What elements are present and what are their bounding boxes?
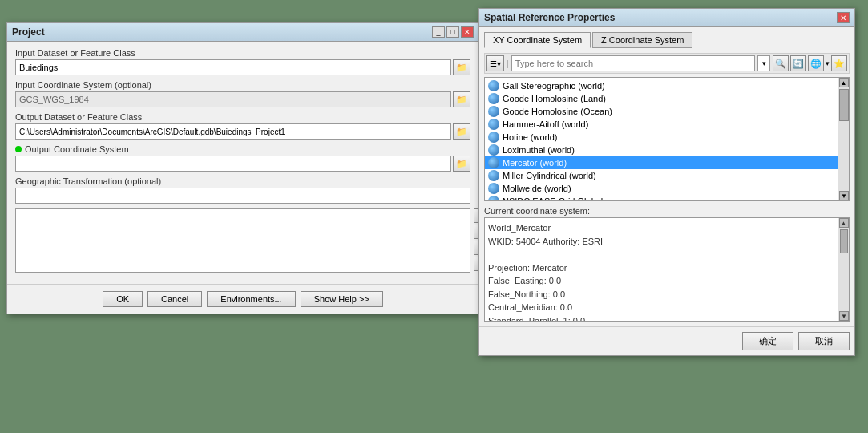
output-dataset-label: Output Dataset or Feature Class: [15, 112, 470, 122]
output-dataset-row: Output Dataset or Feature Class 📁: [15, 112, 470, 140]
green-dot-icon: [15, 146, 22, 152]
coord-line-2: WKID: 54004 Authority: ESRI: [488, 235, 846, 249]
globe-button[interactable]: 🌐: [808, 55, 824, 71]
search-dropdown-btn[interactable]: ▾: [757, 55, 770, 71]
globe-icon: [488, 80, 499, 91]
output-coord-label-row: Output Coordinate System: [15, 144, 470, 154]
list-item[interactable]: Gall Stereographic (world): [485, 79, 849, 92]
input-coord-browse-btn[interactable]: 📁: [453, 91, 470, 107]
current-coord-box: World_Mercator WKID: 54004 Authority: ES…: [484, 217, 850, 322]
coord-item-label: Miller Cylindrical (world): [503, 171, 596, 180]
text-area-box: [15, 208, 470, 273]
globe-icon: [488, 93, 499, 104]
close-button[interactable]: ✕: [461, 26, 474, 38]
project-title: Project: [12, 26, 45, 38]
output-coord-label: Output Coordinate System: [25, 144, 129, 154]
tab-z-coordinate[interactable]: Z Coordinate System: [592, 32, 692, 48]
confirm-button[interactable]: 确定: [742, 332, 793, 350]
coord-item-label: NSIDC EASE Grid Global: [503, 196, 603, 201]
coord-line-5: False_Northing: 0.0: [488, 288, 846, 301]
tab-xy-coordinate[interactable]: XY Coordinate System: [484, 32, 591, 48]
project-titlebar: Project _ □ ✕: [7, 23, 478, 42]
output-dataset-input[interactable]: [15, 123, 451, 140]
search-input[interactable]: [511, 55, 755, 71]
globe-icon: [488, 157, 499, 168]
spatial-title: Spatial Reference Properties: [484, 12, 615, 23]
spatial-reference-dialog: Spatial Reference Properties ✕ XY Coordi…: [478, 8, 855, 356]
globe-icon: [488, 132, 499, 143]
geo-transform-input[interactable]: [15, 188, 470, 204]
coord-scroll-up-btn[interactable]: ▲: [839, 218, 849, 228]
scroll-up-btn[interactable]: ▲: [839, 78, 849, 87]
scroll-down-btn[interactable]: ▼: [839, 191, 849, 200]
coordinate-list: Gall Stereographic (world) Goode Homolos…: [484, 77, 850, 201]
input-coord-label: Input Coordinate System (optional): [15, 80, 470, 90]
coord-list-scrollbar[interactable]: ▲ ▼: [838, 78, 849, 200]
coordinate-list-inner: Gall Stereographic (world) Goode Homolos…: [485, 78, 849, 201]
favorites-button[interactable]: ⭐: [831, 55, 847, 71]
list-item[interactable]: NSIDC EASE Grid Global: [485, 195, 849, 201]
list-item[interactable]: Mollweide (world): [485, 182, 849, 195]
list-item[interactable]: Goode Homolosine (Land): [485, 92, 849, 105]
spatial-close-button[interactable]: ✕: [837, 12, 850, 23]
list-item[interactable]: Hotine (world): [485, 131, 849, 144]
output-dataset-input-row: 📁: [15, 123, 470, 140]
coord-item-label: Goode Homolosine (Land): [503, 94, 606, 103]
coord-scroll-down-btn[interactable]: ▼: [839, 311, 849, 321]
project-titlebar-buttons: _ □ ✕: [432, 26, 474, 38]
input-coord-input-row: 📁: [15, 91, 470, 107]
output-coord-input[interactable]: [15, 156, 451, 172]
current-coord-label: Current coordinate system:: [484, 206, 850, 216]
list-item-selected[interactable]: Mercator (world): [485, 156, 849, 169]
list-item[interactable]: Goode Homolosine (Ocean): [485, 105, 849, 118]
coord-scrollbar-thumb[interactable]: [840, 229, 848, 253]
cancel-button[interactable]: Cancel: [147, 291, 202, 307]
search-button[interactable]: 🔍: [773, 55, 789, 71]
input-coord-input: [15, 91, 451, 107]
input-coord-row: Input Coordinate System (optional) 📁: [15, 80, 470, 107]
globe-icon: [488, 119, 499, 130]
minimize-button[interactable]: _: [432, 26, 445, 38]
maximize-button[interactable]: □: [446, 26, 459, 38]
geo-transform-label: Geographic Transformation (optional): [15, 176, 470, 186]
ok-button[interactable]: OK: [103, 291, 143, 307]
globe-icon: [488, 170, 499, 181]
output-coord-browse-btn[interactable]: 📁: [453, 156, 470, 172]
coord-item-label: Gall Stereographic (world): [503, 81, 605, 91]
geo-transform-row: Geographic Transformation (optional): [15, 176, 470, 204]
current-coord-scrollbar[interactable]: ▲ ▼: [838, 218, 849, 321]
arrow-icon: ▾: [826, 55, 830, 71]
globe-icon: [488, 196, 499, 201]
spatial-cancel-button[interactable]: 取消: [798, 332, 850, 350]
search-toolbar: ☰▾ | ▾ 🔍 🔄 🌐 ▾ ⭐: [484, 53, 850, 74]
list-item[interactable]: Miller Cylindrical (world): [485, 169, 849, 182]
spatial-body: XY Coordinate System Z Coordinate System…: [479, 27, 854, 326]
coord-item-label: Mercator (world): [503, 158, 567, 168]
separator: |: [507, 59, 509, 68]
coordinate-tab-bar: XY Coordinate System Z Coordinate System: [484, 32, 850, 48]
globe-icon: [488, 144, 499, 156]
coord-item-label: Mollweide (world): [503, 184, 571, 193]
globe-icon: [488, 106, 499, 117]
list-item[interactable]: Loximuthal (world): [485, 144, 849, 156]
input-dataset-label: Input Dataset or Feature Class: [15, 48, 470, 58]
current-coord-section: Current coordinate system: World_Mercato…: [484, 206, 850, 322]
spatial-titlebar: Spatial Reference Properties ✕: [479, 9, 854, 27]
input-dataset-dropdown[interactable]: Buiedings: [15, 59, 451, 75]
clear-search-button[interactable]: 🔄: [790, 55, 806, 71]
input-dataset-browse-btn[interactable]: 📁: [453, 59, 470, 75]
show-help-button[interactable]: Show Help >>: [301, 291, 383, 307]
coord-line-6: Central_Meridian: 0.0: [488, 301, 846, 314]
coord-item-label: Loximuthal (world): [503, 145, 575, 155]
spatial-footer: 确定 取消: [479, 326, 854, 355]
output-dataset-browse-btn[interactable]: 📁: [453, 123, 470, 140]
input-dataset-input-row: Buiedings 📁: [15, 59, 470, 75]
globe-icon: [488, 183, 499, 194]
scrollbar-thumb[interactable]: [839, 89, 849, 121]
output-coord-row: Output Coordinate System 📁: [15, 144, 470, 172]
environments-button[interactable]: Environments...: [207, 291, 295, 307]
list-item[interactable]: Hammer-Aitoff (world): [485, 118, 849, 131]
coord-item-label: Hammer-Aitoff (world): [503, 119, 588, 129]
coord-line-4: False_Easting: 0.0: [488, 274, 846, 288]
filter-button[interactable]: ☰▾: [486, 55, 504, 71]
